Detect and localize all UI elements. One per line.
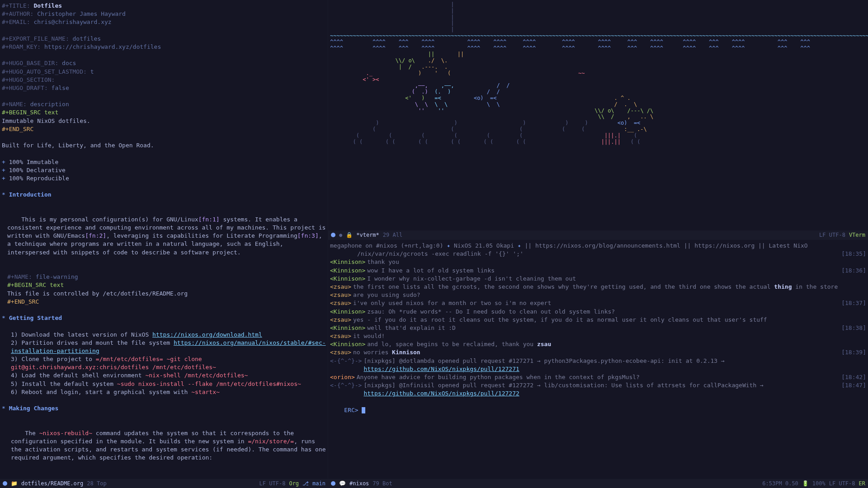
org-export-key: #+EXPORT_FILE_NAME: — [2, 35, 69, 42]
irc-message-text: wow I have a lot of old system links — [365, 267, 838, 275]
irc-nick: <Kinnison> — [330, 324, 365, 332]
org-author-key: #+AUTHOR: — [2, 10, 33, 17]
org-hugo-lastmod-key: #+HUGO_AUTO_SET_LASTMOD: — [2, 68, 87, 75]
footnote-1[interactable]: [fn:1] — [198, 216, 220, 223]
org-tagline: Built for Life, Liberty, and the Open Ro… — [2, 141, 326, 150]
bullet-icon: + — [2, 167, 5, 174]
org-heading-getting-started[interactable]: Getting Started — [9, 314, 62, 321]
irc-message-text: well that'd explain it :D — [365, 324, 838, 332]
clock: 6:53PM 0.50 — [762, 480, 798, 488]
irc-message-text: zsau: Oh *rude words* -- Do I need sudo … — [365, 308, 866, 316]
org-bullet-2: 100% Declarative — [9, 167, 66, 174]
vterm-position: 29 All — [383, 231, 402, 239]
battery-icon: 🔋 — [802, 480, 809, 488]
irc-timestamp: [18:38] — [838, 324, 866, 332]
editor-mode: Org — [289, 480, 299, 488]
irc-nick: <Kinnison> — [330, 267, 365, 275]
org-end-src-2: #+END_SRC — [7, 298, 39, 305]
org-end-src: #+END_SRC — [2, 126, 33, 132]
vterm-pane[interactable]: | | | | | ~~~~~~~~~~~~~~~~~~~~~~~~~~~~~~… — [328, 0, 868, 239]
irc-topic: megaphone on #nixos (+nrt,lag:0) ✦ NixOS… — [330, 242, 866, 250]
vterm-mode: VTerm — [849, 231, 865, 239]
org-gs-step-1: 1) Download the latest version of NixOS … — [2, 331, 326, 339]
irc-link[interactable]: https://github.com/NixOS/nixpkgs/pull/12… — [363, 390, 519, 397]
org-name-desc-value: description — [30, 101, 69, 108]
org-hugo-base-key: #+HUGO_BASE_DIR: — [2, 60, 58, 66]
irc-timestamp: [18:36] — [838, 267, 866, 275]
irc-message-text: yes - if you do it as root it cleans out… — [351, 316, 866, 324]
org-gs-step-6: 6) Reboot and login, start a graphical s… — [2, 388, 326, 396]
irc-message-line: <orion>Anyone have advice for building p… — [330, 373, 866, 381]
modeline-state-icon — [3, 481, 7, 486]
org-name-desc-key: #+NAME: — [2, 101, 27, 108]
git-branch-icon: ⎇ — [302, 480, 309, 488]
irc-buffer-name[interactable]: #nixos — [349, 480, 369, 488]
irc-timestamp: [18:47] — [838, 381, 866, 398]
irc-prompt: ERC> — [344, 407, 362, 413]
irc-message-text: are you using sudo? — [351, 291, 866, 299]
irc-message-text: Anyone have advice for building python p… — [355, 373, 838, 381]
irc-message-line: <zsau>are you using sudo? — [330, 291, 866, 299]
org-heading-making-changes[interactable]: Making Changes — [9, 405, 59, 412]
org-hugo-base-value: docs — [62, 60, 76, 66]
modeline-state-icon — [331, 481, 335, 486]
nixos-download-link[interactable]: https://nixos.org/download.html — [152, 331, 262, 338]
irc-message-line: <zsau>no worries Kinnison[18:39] — [330, 348, 866, 357]
irc-topic-continuation: /nix/var/nix/gcroots -exec readlink -f '… — [330, 250, 838, 258]
org-begin-src-text: #+BEGIN_SRC text — [2, 109, 58, 116]
irc-message-line: <Kinnison>thank you — [330, 258, 866, 266]
irc-nick: <zsau> — [330, 348, 351, 357]
org-email-key: #+EMAIL: — [2, 19, 30, 25]
folder-icon: 📁 — [11, 480, 18, 488]
irc-position: 79 Bot — [373, 480, 392, 488]
irc-nick: <zsau> — [330, 316, 351, 324]
irc-message-text: thank you — [365, 258, 866, 266]
org-bullet-1: 100% Immutable — [9, 159, 59, 165]
irc-mode: ER — [859, 480, 865, 488]
org-gs-step-3: 3) Clone the project to =/mnt/etc/dotfil… — [2, 355, 326, 371]
org-heading-star: * — [2, 191, 5, 198]
irc-message-line: <zsau>the first one lists all the gcroot… — [330, 283, 866, 291]
vterm-modeline: ● 🔒 *vterm* 29 All LF UTF-8 VTerm — [328, 230, 868, 239]
org-begin-src-text-2: #+BEGIN_SRC text — [7, 282, 64, 288]
org-email-value: chris@chrishayward.xyz — [33, 19, 111, 25]
lock-icon: 🔒 — [346, 231, 353, 239]
editor-pane-left[interactable]: #+TITLE: Dotfiles #+AUTHOR: Christopher … — [0, 0, 328, 479]
irc-nick: <orion> — [330, 373, 355, 381]
irc-message-text: i've only used nixos for a month or two … — [351, 299, 838, 307]
irc-message-text: the first one lists all the gcroots, the… — [351, 283, 866, 291]
irc-message-line: <-{^-^}->[nixpkgs] @Infinisil opened pul… — [330, 381, 866, 398]
irc-modeline: 💬 #nixos 79 Bot 6:53PM 0.50 🔋 100% LF UT… — [328, 479, 868, 488]
battery-pct: 100% — [812, 480, 826, 488]
irc-message-line: <zsau>i've only used nixos for a month o… — [330, 299, 866, 307]
irc-pane[interactable]: megaphone on #nixos (+nrt,lag:0) ✦ NixOS… — [328, 239, 868, 479]
editor-buffer-name[interactable]: dotfiles/README.org — [21, 480, 83, 488]
org-title-key: #+TITLE: — [2, 2, 30, 9]
bullet-icon: + — [2, 175, 5, 182]
editor-modeline: 📁 dotfiles/README.org 28 Top LF UTF-8 Or… — [0, 479, 328, 488]
org-gs-step-2: 2) Partition drives and mount the file s… — [2, 339, 326, 355]
org-hugo-draft-value: false — [52, 84, 69, 91]
irc-message-text: and lo, space begins to be reclaimed, th… — [365, 340, 866, 348]
modeline-state-icon — [331, 233, 335, 237]
irc-message-line: <Kinnison>zsau: Oh *rude words* -- Do I … — [330, 308, 866, 316]
org-heading-star: * — [2, 314, 5, 321]
irc-link[interactable]: https://github.com/NixOS/nixpkgs/pull/12… — [363, 366, 519, 372]
irc-input-line[interactable]: ERC> — [330, 398, 866, 423]
org-heading-intro[interactable]: Introduction — [9, 191, 52, 198]
footnote-3[interactable]: [fn:3] — [297, 232, 319, 239]
irc-message-text: [nixpkgs] @dotlambda opened pull request… — [362, 357, 866, 373]
org-gs-step-5: 5) Install the default system ~sudo nixo… — [2, 380, 326, 388]
irc-encoding: LF UTF-8 — [829, 480, 855, 488]
vterm-encoding: LF UTF-8 — [819, 231, 845, 239]
editor-position: 28 Top — [87, 480, 106, 488]
irc-timestamp: [18:35] — [838, 250, 866, 258]
irc-message-line: <Kinnison>wow I have a lot of old system… — [330, 267, 866, 275]
irc-nick: <-{^-^}-> — [330, 381, 362, 398]
git-branch[interactable]: main — [312, 480, 326, 488]
irc-message-line: <Kinnison>and lo, space begins to be rec… — [330, 340, 866, 348]
vterm-buffer-name: *vterm* — [356, 231, 379, 239]
footnote-2[interactable]: [fn:2] — [85, 232, 106, 239]
org-heading-star: * — [2, 405, 5, 412]
org-mc-paragraph: The ~nixos-rebuild~ command updates the … — [2, 421, 326, 470]
